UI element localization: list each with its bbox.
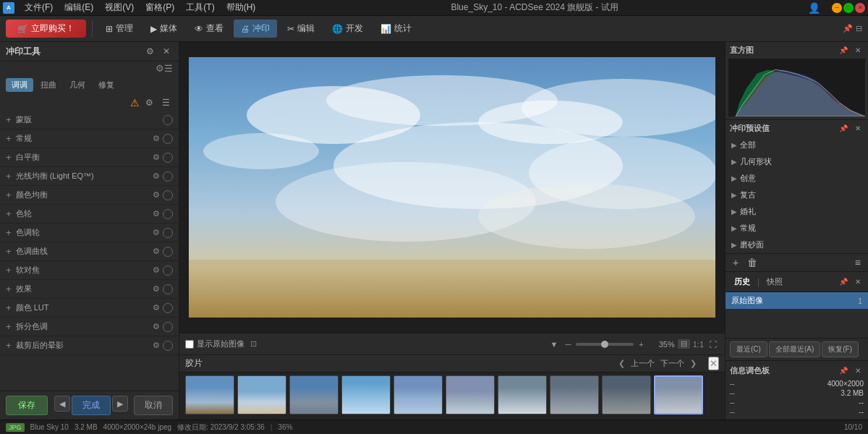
add-preset-icon[interactable]: + [730, 255, 741, 270]
section-tone-curve[interactable]: +色调曲线 ⚙ [0, 242, 179, 261]
show-original-label[interactable]: 显示原始图像 [185, 339, 244, 349]
histogram-canvas [728, 59, 865, 116]
section-tone-wheel[interactable]: +色调轮 ⚙ [0, 224, 179, 242]
warning-settings-icon[interactable]: ⚙ [142, 96, 156, 109]
window-layout-button[interactable]: ⊟ [856, 24, 862, 33]
media-button[interactable]: ▶ 媒体 [143, 20, 184, 38]
menu-tools[interactable]: 工具(T) [180, 0, 220, 15]
zoom-menu-icon[interactable]: ▼ [548, 340, 561, 349]
thumb-4[interactable] [341, 375, 391, 414]
section-normal[interactable]: +常规 ⚙ [0, 129, 179, 148]
section-light-eq[interactable]: +光线均衡 (Light EQ™) ⚙ [0, 167, 179, 186]
more-preset-icon[interactable]: ≡ [852, 255, 864, 270]
thumb-5[interactable] [393, 375, 443, 414]
status-dimensions: 4000×2000×24b jpeg [103, 423, 172, 431]
tab-adjust[interactable]: 调调 [6, 78, 33, 92]
panel-scroll: +蒙版 +常规 ⚙ +白平衡 ⚙ +光线均衡 (Light EQ™) ⚙ +颜色… [0, 111, 179, 391]
warning-list-icon[interactable]: ☰ [159, 96, 173, 109]
eye-icon: 👁 [195, 24, 203, 34]
print-button[interactable]: 🖨 冲印 [234, 20, 277, 38]
preset-normal[interactable]: ▶ 常规 [726, 220, 868, 237]
complete-button[interactable]: 完成 [72, 396, 111, 415]
restore-button[interactable]: 恢复(F) [822, 341, 859, 357]
all-recent-button[interactable]: 全部最近(A) [769, 341, 820, 357]
section-vignette[interactable]: +裁剪后的晕影 ⚙ [0, 336, 179, 355]
list-icon[interactable]: ☰ [164, 63, 173, 74]
thumb-9[interactable] [602, 375, 651, 414]
minimize-button[interactable]: ─ [832, 3, 842, 13]
manage-button[interactable]: ⊞ 管理 [98, 20, 140, 38]
user-icon[interactable]: 👤 [808, 2, 820, 14]
window-pin-button[interactable]: 📌 [843, 24, 853, 33]
preset-retro[interactable]: ▶ 复古 [726, 187, 868, 203]
view-button[interactable]: 👁 查看 [187, 20, 231, 38]
histogram-close-icon[interactable]: ✕ [852, 45, 864, 56]
panel-close-icon[interactable]: ✕ [160, 45, 173, 58]
recent-button[interactable]: 最近(C) [730, 341, 767, 357]
develop-button[interactable]: 🌐 开发 [325, 20, 370, 38]
info-close-icon[interactable]: ✕ [852, 365, 864, 376]
histogram-title: 直方图 [730, 45, 754, 56]
section-effects[interactable]: +效果 ⚙ [0, 280, 179, 299]
panel-settings-icon[interactable]: ⚙ [143, 45, 157, 58]
show-original-checkbox[interactable] [185, 340, 194, 349]
section-soft-focus[interactable]: +软对焦 ⚙ [0, 261, 179, 280]
menu-pane[interactable]: 窗格(P) [140, 0, 180, 15]
preset-geometry[interactable]: ▶ 几何形状 [726, 153, 868, 170]
menu-edit[interactable]: 编辑(E) [59, 0, 99, 15]
maximize-button[interactable]: □ [843, 3, 854, 13]
prev-link[interactable]: 上一个 [631, 358, 655, 369]
histogram-pin-icon[interactable]: 📌 [836, 45, 851, 56]
preset-wedding[interactable]: ▶ 婚礼 [726, 203, 868, 220]
presets-pin-icon[interactable]: 📌 [836, 123, 851, 134]
preset-all[interactable]: ▶ 全部 [726, 137, 868, 153]
menu-file[interactable]: 文件(F) [19, 0, 59, 15]
next-link[interactable]: 下一个 [660, 358, 684, 369]
tab-repair[interactable]: 修复 [93, 78, 120, 92]
thumb-10[interactable] [654, 375, 703, 414]
delete-preset-icon[interactable]: 🗑 [744, 255, 760, 270]
preset-matte[interactable]: ▶ 磨砂面 [726, 237, 868, 253]
thumb-3[interactable] [289, 375, 339, 414]
section-white-balance[interactable]: +白平衡 ⚙ [0, 148, 179, 167]
presets-close-icon[interactable]: ✕ [852, 123, 864, 134]
prev-button[interactable]: ◀ [54, 396, 70, 412]
thumb-2[interactable] [237, 375, 286, 414]
info-row-1: -- 4000×2000 [730, 379, 864, 388]
info-row-4: -- -- [730, 407, 864, 417]
zoom-slider[interactable] [576, 343, 634, 346]
save-button[interactable]: 保存 [6, 396, 48, 415]
history-pin-icon[interactable]: 📌 [836, 276, 851, 287]
fit-button[interactable]: ⊟ [678, 339, 690, 349]
quick-tab[interactable]: 快照 [762, 275, 787, 289]
tab-geometry[interactable]: 几何 [64, 78, 91, 92]
section-color-wheel[interactable]: +色轮 ⚙ [0, 205, 179, 224]
history-close-icon[interactable]: ✕ [852, 276, 864, 287]
close-button[interactable]: ✕ [855, 3, 865, 13]
preset-creative[interactable]: ▶ 创意 [726, 170, 868, 187]
zoom-out-button[interactable]: ─ [563, 340, 573, 349]
section-mask[interactable]: +蒙版 [0, 111, 179, 129]
filmstrip-close-button[interactable]: ✕ [708, 357, 719, 370]
section-split-tone[interactable]: +拆分色调 ⚙ [0, 318, 179, 336]
history-item-original[interactable]: 原始图像 1 [726, 292, 868, 309]
stats-button[interactable]: 📊 统计 [373, 20, 419, 38]
menu-view[interactable]: 视图(V) [99, 0, 140, 15]
menu-help[interactable]: 帮助(H) [221, 0, 262, 15]
buy-button[interactable]: 🛒 立即购买！ [6, 20, 86, 38]
thumb-8[interactable] [550, 375, 599, 414]
thumb-7[interactable] [498, 375, 547, 414]
info-pin-icon[interactable]: 📌 [836, 365, 851, 376]
fullscreen-button[interactable]: ⛶ [707, 340, 719, 349]
cancel-button[interactable]: 取消 [134, 396, 173, 415]
history-tab[interactable]: 历史 [730, 275, 754, 289]
zoom-in-button[interactable]: + [637, 340, 645, 349]
gear-icon[interactable]: ⚙ [156, 63, 164, 74]
next-button[interactable]: ▶ [112, 396, 128, 412]
edit-button[interactable]: ✂ 编辑 [280, 20, 322, 38]
section-color-lut[interactable]: +颜色 LUT ⚙ [0, 299, 179, 318]
tab-distort[interactable]: 扭曲 [35, 78, 62, 92]
section-color-balance[interactable]: +颜色均衡 ⚙ [0, 186, 179, 205]
thumb-6[interactable] [446, 375, 495, 414]
thumb-1[interactable] [185, 375, 234, 414]
